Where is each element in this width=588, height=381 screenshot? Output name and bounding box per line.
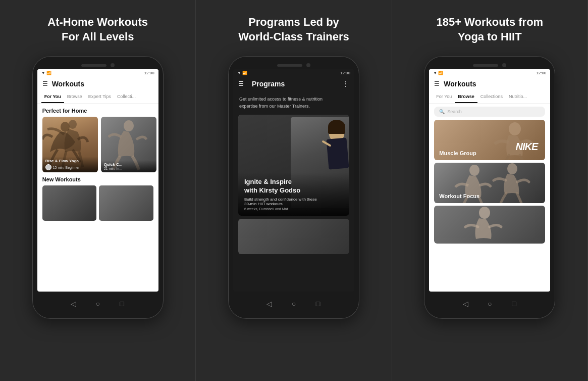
phone-1-camera [111,63,115,67]
featured-meta: 6 weeks, Dumbbell and Mat [244,207,343,211]
search-icon: 🔍 [439,109,445,114]
featured-info: Ignite & Inspire with Kirsty Godso Build… [238,173,349,216]
screen3-header: ☰ Workouts [429,77,550,91]
workout-cards: Rise & Flow Yoga 15 min, Beginner [37,117,158,172]
back-icon-3[interactable]: ◁ [460,299,470,309]
recents-icon-1[interactable]: □ [117,299,127,309]
phone-2-top [233,63,354,67]
quick-card-info: Quick C... 21 min, In... [101,160,156,172]
phone-1: ▼ 📶 12:00 ☰ Workouts For You Browse Expe… [32,56,164,319]
yoga-card-info: Rise & Flow Yoga 15 min, Beginner [42,157,98,172]
phone-2-screen: ▼ 📶 12:00 ☰ Programs ⋮ Get unlimited acc… [233,69,354,292]
screen3-title: Workouts [444,80,476,88]
tab-nutrition-3[interactable]: Nutritio... [506,91,530,103]
tab-collections-1[interactable]: Collecti... [114,91,139,103]
back-icon-1[interactable]: ◁ [69,299,79,309]
tab-browse-1[interactable]: Browse [64,91,85,103]
tabs-row-3: For You Browse Collections Nutritio... [429,91,550,104]
home-icon-1[interactable]: ○ [93,299,103,309]
tabs-row-1: For You Browse Expert Tips Collecti... [37,91,158,104]
next-card[interactable] [238,219,349,254]
search-bar[interactable]: 🔍 Search [434,107,545,117]
home-icon-3[interactable]: ○ [485,299,495,309]
panel-3: 185+ Workouts from Yoga to HIIT ▼ 📶 12:0… [392,0,588,381]
tab-for-you-1[interactable]: For You [41,91,64,103]
status-signal-3: ▼ 📶 [433,71,443,75]
status-time-1: ▼ 📶 [41,71,51,75]
screen2-title: Programs [252,80,285,88]
programs-desc-text: Get unlimited access to fitness & nutrit… [239,96,348,110]
svg-point-4 [469,165,479,176]
panel-2-title: Programs Led by World-Class Trainers [238,15,349,44]
home-icon-2[interactable]: ○ [289,299,299,309]
screen1-header: ☰ Workouts [37,77,158,91]
panel-1: At-Home Workouts For All Levels ▼ 📶 12:0… [0,0,196,381]
phone-1-screen: ▼ 📶 12:00 ☰ Workouts For You Browse Expe… [37,69,158,292]
phone-1-speaker [81,64,106,67]
tab-for-you-3[interactable]: For You [433,91,455,103]
muscle-group-label: Muscle Group [439,150,476,156]
phone-1-bottom: ◁ ○ □ [37,296,158,312]
quick-card-subtitle: 21 min, In... [104,167,153,170]
yoga-avatar-row: 15 min, Beginner [45,164,95,170]
workout-focus-card[interactable]: Workout Focus [434,163,545,203]
status-time-text-2: 12:00 [340,71,350,75]
phone-3-screen: ▼ 📶 12:00 ☰ Workouts For You Browse Coll… [429,69,550,292]
status-bar-1: ▼ 📶 12:00 [37,69,158,77]
phone-1-top [37,63,158,67]
phone-2-bottom: ◁ ○ □ [233,296,354,312]
nike-logo: NIKE [516,141,538,153]
screen2-header: ☰ Programs ⋮ [233,77,354,91]
panel-3-title: 185+ Workouts from Yoga to HIIT [436,15,543,44]
status-signal-2: ▼ 📶 [237,71,247,75]
panel-2: Programs Led by World-Class Trainers ▼ 📶… [196,0,392,381]
tab-expert-tips-1[interactable]: Expert Tips [85,91,114,103]
phone-3-bottom: ◁ ○ □ [429,296,550,312]
svg-point-6 [479,207,490,219]
panel-1-title: At-Home Workouts For All Levels [47,15,148,44]
status-time-text-1: 12:00 [144,71,154,75]
svg-point-2 [124,120,134,131]
yoga-card-title: Rise & Flow Yoga [45,159,95,163]
screen2-header-left: ☰ Programs [238,80,285,88]
hamburger-icon-1[interactable]: ☰ [42,80,48,87]
featured-title: Ignite & Inspire with Kirsty Godso [244,178,343,195]
featured-program[interactable]: Ignite & Inspire with Kirsty Godso Build… [238,115,349,216]
yoga-card-subtitle: 15 min, Beginner [53,166,80,169]
programs-desc: Get unlimited access to fitness & nutrit… [233,91,354,115]
status-bar-3: ▼ 📶 12:00 [429,69,550,77]
yoga-avatar [45,164,51,170]
third-category-card[interactable] [434,206,545,244]
phone-3-top [429,63,550,67]
tab-collections-3[interactable]: Collections [477,91,506,103]
third-figure-svg [434,206,545,244]
new-workout-card-1[interactable] [42,185,97,221]
phone-3-speaker [473,64,498,67]
hamburger-icon-2[interactable]: ☰ [238,80,244,87]
phone-3-camera [502,63,506,67]
workout-focus-label: Workout Focus [439,193,479,199]
phone-2-camera [306,63,310,67]
section-label-new: New Workouts [37,172,158,185]
section-label-home: Perfect for Home [37,104,158,117]
three-dots-icon[interactable]: ⋮ [342,80,349,88]
new-workout-card-2[interactable] [99,185,153,221]
recents-icon-3[interactable]: □ [509,299,519,309]
hamburger-icon-3[interactable]: ☰ [434,80,440,87]
recents-icon-2[interactable]: □ [313,299,323,309]
svg-point-1 [69,120,77,129]
svg-point-3 [509,122,521,135]
phone-2-speaker [277,64,302,67]
status-time-text-3: 12:00 [536,71,546,75]
phone-3: ▼ 📶 12:00 ☰ Workouts For You Browse Coll… [424,56,555,319]
screen1-title: Workouts [52,80,84,88]
svg-point-5 [507,163,517,174]
yoga-card[interactable]: Rise & Flow Yoga 15 min, Beginner [42,117,98,172]
quick-card-title: Quick C... [104,162,153,167]
tab-browse-3[interactable]: Browse [455,91,477,103]
search-placeholder: Search [447,109,462,114]
back-icon-2[interactable]: ◁ [264,299,275,309]
muscle-group-card[interactable]: NIKE Muscle Group [434,120,545,160]
quick-card[interactable]: Quick C... 21 min, In... [101,117,156,172]
featured-subtitle: Build strength and confidence with these… [244,197,343,206]
